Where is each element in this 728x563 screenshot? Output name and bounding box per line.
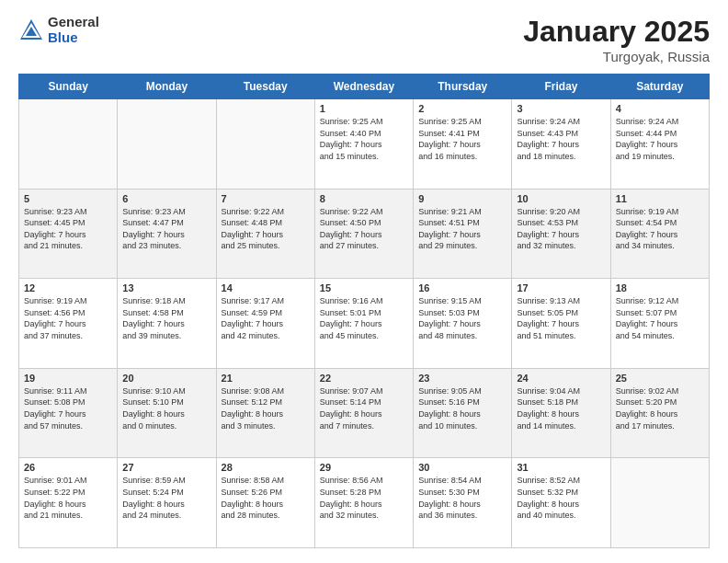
day-number: 30: [418, 462, 506, 473]
day-number: 15: [320, 282, 408, 293]
calendar-table: SundayMondayTuesdayWednesdayThursdayFrid…: [18, 74, 710, 548]
cell-info: Sunrise: 9:07 AM Sunset: 5:14 PM Dayligh…: [320, 385, 408, 431]
day-header-tuesday: Tuesday: [216, 75, 314, 99]
calendar-cell: 2Sunrise: 9:25 AM Sunset: 4:41 PM Daylig…: [414, 99, 512, 190]
calendar-cell: 21Sunrise: 9:08 AM Sunset: 5:12 PM Dayli…: [216, 368, 314, 458]
cell-info: Sunrise: 9:02 AM Sunset: 5:20 PM Dayligh…: [616, 385, 704, 431]
calendar-cell: 26Sunrise: 9:01 AM Sunset: 5:22 PM Dayli…: [19, 458, 118, 548]
cell-info: Sunrise: 9:22 AM Sunset: 4:50 PM Dayligh…: [320, 206, 408, 252]
calendar-cell: 4Sunrise: 9:24 AM Sunset: 4:44 PM Daylig…: [610, 99, 709, 190]
calendar-cell: 1Sunrise: 9:25 AM Sunset: 4:40 PM Daylig…: [314, 99, 413, 190]
calendar-cell: 8Sunrise: 9:22 AM Sunset: 4:50 PM Daylig…: [314, 189, 413, 279]
day-number: 3: [517, 103, 605, 114]
calendar-cell: 28Sunrise: 8:58 AM Sunset: 5:26 PM Dayli…: [216, 458, 314, 548]
day-number: 11: [616, 193, 704, 204]
calendar-cell: 18Sunrise: 9:12 AM Sunset: 5:07 PM Dayli…: [610, 279, 709, 369]
cell-info: Sunrise: 9:20 AM Sunset: 4:53 PM Dayligh…: [517, 206, 605, 252]
day-header-friday: Friday: [512, 75, 610, 99]
cell-info: Sunrise: 8:52 AM Sunset: 5:32 PM Dayligh…: [517, 475, 605, 521]
cell-info: Sunrise: 9:15 AM Sunset: 5:03 PM Dayligh…: [418, 295, 506, 341]
day-number: 2: [418, 103, 506, 114]
day-number: 26: [24, 462, 112, 473]
calendar-cell: 20Sunrise: 9:10 AM Sunset: 5:10 PM Dayli…: [118, 368, 216, 458]
logo-blue-text: Blue: [48, 30, 99, 46]
cell-info: Sunrise: 9:21 AM Sunset: 4:51 PM Dayligh…: [418, 206, 506, 252]
cell-info: Sunrise: 9:11 AM Sunset: 5:08 PM Dayligh…: [24, 385, 112, 431]
title-block: January 2025 Turgoyak, Russia: [523, 15, 710, 64]
cell-info: Sunrise: 9:23 AM Sunset: 4:47 PM Dayligh…: [122, 206, 210, 252]
day-number: 20: [122, 373, 210, 384]
cell-info: Sunrise: 9:24 AM Sunset: 4:44 PM Dayligh…: [616, 116, 704, 162]
day-number: 4: [616, 103, 704, 114]
calendar-row: 12Sunrise: 9:19 AM Sunset: 4:56 PM Dayli…: [19, 279, 710, 369]
cell-info: Sunrise: 9:25 AM Sunset: 4:40 PM Dayligh…: [320, 116, 408, 162]
cell-info: Sunrise: 9:13 AM Sunset: 5:05 PM Dayligh…: [517, 295, 605, 341]
calendar-row: 5Sunrise: 9:23 AM Sunset: 4:45 PM Daylig…: [19, 189, 710, 279]
day-number: 16: [418, 282, 506, 293]
cell-info: Sunrise: 9:01 AM Sunset: 5:22 PM Dayligh…: [24, 475, 112, 521]
cell-info: Sunrise: 9:17 AM Sunset: 4:59 PM Dayligh…: [222, 295, 310, 341]
day-number: 22: [320, 373, 408, 384]
cell-info: Sunrise: 8:59 AM Sunset: 5:24 PM Dayligh…: [122, 475, 210, 521]
cell-info: Sunrise: 9:10 AM Sunset: 5:10 PM Dayligh…: [122, 385, 210, 431]
day-number: 25: [616, 373, 704, 384]
day-number: 6: [122, 193, 210, 204]
cell-info: Sunrise: 9:23 AM Sunset: 4:45 PM Dayligh…: [24, 206, 112, 252]
calendar-cell: 5Sunrise: 9:23 AM Sunset: 4:45 PM Daylig…: [19, 189, 118, 279]
cell-info: Sunrise: 9:04 AM Sunset: 5:18 PM Dayligh…: [517, 385, 605, 431]
calendar-cell: [118, 99, 216, 190]
calendar-cell: [19, 99, 118, 190]
day-number: 10: [517, 193, 605, 204]
day-header-thursday: Thursday: [414, 75, 512, 99]
calendar-cell: 14Sunrise: 9:17 AM Sunset: 4:59 PM Dayli…: [216, 279, 314, 369]
calendar-cell: 10Sunrise: 9:20 AM Sunset: 4:53 PM Dayli…: [512, 189, 610, 279]
cell-info: Sunrise: 8:54 AM Sunset: 5:30 PM Dayligh…: [418, 475, 506, 521]
day-number: 9: [418, 193, 506, 204]
day-header-saturday: Saturday: [610, 75, 709, 99]
cell-info: Sunrise: 9:22 AM Sunset: 4:48 PM Dayligh…: [222, 206, 310, 252]
logo: General Blue: [18, 15, 99, 45]
day-number: 1: [320, 103, 408, 114]
header: General Blue January 2025 Turgoyak, Russ…: [18, 15, 710, 64]
day-number: 14: [222, 282, 310, 293]
day-number: 28: [222, 462, 310, 473]
day-number: 27: [122, 462, 210, 473]
logo-general-text: General: [48, 15, 99, 30]
calendar-row: 26Sunrise: 9:01 AM Sunset: 5:22 PM Dayli…: [19, 458, 710, 548]
logo-icon: [18, 17, 44, 43]
day-number: 29: [320, 462, 408, 473]
day-number: 31: [517, 462, 605, 473]
cell-info: Sunrise: 9:19 AM Sunset: 4:56 PM Dayligh…: [24, 295, 112, 341]
calendar-cell: 24Sunrise: 9:04 AM Sunset: 5:18 PM Dayli…: [512, 368, 610, 458]
day-number: 12: [24, 282, 112, 293]
calendar-cell: 3Sunrise: 9:24 AM Sunset: 4:43 PM Daylig…: [512, 99, 610, 190]
cell-info: Sunrise: 8:58 AM Sunset: 5:26 PM Dayligh…: [222, 475, 310, 521]
cell-info: Sunrise: 9:19 AM Sunset: 4:54 PM Dayligh…: [616, 206, 704, 252]
day-number: 7: [222, 193, 310, 204]
calendar-cell: 16Sunrise: 9:15 AM Sunset: 5:03 PM Dayli…: [414, 279, 512, 369]
day-number: 5: [24, 193, 112, 204]
day-header-monday: Monday: [118, 75, 216, 99]
calendar-cell: 9Sunrise: 9:21 AM Sunset: 4:51 PM Daylig…: [414, 189, 512, 279]
day-header-sunday: Sunday: [19, 75, 118, 99]
logo-text: General Blue: [48, 15, 99, 45]
calendar-cell: 13Sunrise: 9:18 AM Sunset: 4:58 PM Dayli…: [118, 279, 216, 369]
day-number: 17: [517, 282, 605, 293]
calendar-cell: [610, 458, 709, 548]
cell-info: Sunrise: 9:05 AM Sunset: 5:16 PM Dayligh…: [418, 385, 506, 431]
calendar-header-row: SundayMondayTuesdayWednesdayThursdayFrid…: [19, 75, 710, 99]
calendar-cell: 23Sunrise: 9:05 AM Sunset: 5:16 PM Dayli…: [414, 368, 512, 458]
calendar-cell: 11Sunrise: 9:19 AM Sunset: 4:54 PM Dayli…: [610, 189, 709, 279]
calendar-cell: 19Sunrise: 9:11 AM Sunset: 5:08 PM Dayli…: [19, 368, 118, 458]
day-number: 13: [122, 282, 210, 293]
calendar-cell: [216, 99, 314, 190]
location: Turgoyak, Russia: [523, 49, 710, 64]
page: General Blue January 2025 Turgoyak, Russ…: [0, 0, 728, 563]
day-number: 24: [517, 373, 605, 384]
day-number: 18: [616, 282, 704, 293]
calendar-row: 1Sunrise: 9:25 AM Sunset: 4:40 PM Daylig…: [19, 99, 710, 190]
day-number: 8: [320, 193, 408, 204]
month-year: January 2025: [523, 15, 710, 49]
cell-info: Sunrise: 8:56 AM Sunset: 5:28 PM Dayligh…: [320, 475, 408, 521]
day-number: 21: [222, 373, 310, 384]
